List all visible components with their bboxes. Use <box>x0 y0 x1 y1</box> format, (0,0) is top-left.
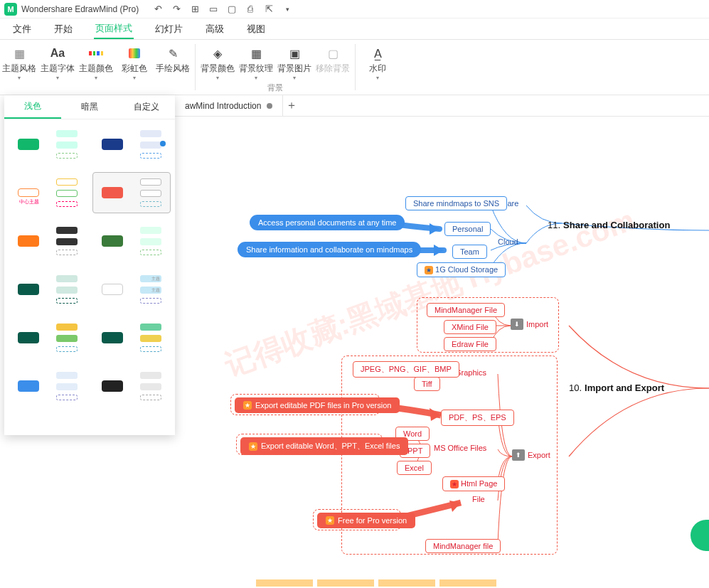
gallery-tabs: 浅色 暗黑 自定义 <box>4 95 175 119</box>
print-icon[interactable]: ⎙ <box>244 3 257 16</box>
theme-thumb[interactable] <box>9 269 87 310</box>
svg-marker-0 <box>430 223 439 235</box>
theme-color-button[interactable]: 主题颜色▾ <box>77 43 115 81</box>
node-xmind[interactable]: XMind File <box>444 320 496 334</box>
export-icon[interactable]: ⇱ <box>262 3 275 16</box>
gallery-tab-dark[interactable]: 暗黑 <box>61 95 118 119</box>
node-mmfile[interactable]: MindManager file <box>425 539 501 553</box>
remove-bg-button[interactable]: ▢移除背景 <box>314 43 352 81</box>
star-icon: ★ <box>249 442 257 451</box>
node-graphics[interactable]: Graphics <box>455 368 486 377</box>
theme-thumb[interactable] <box>9 365 87 407</box>
menu-view[interactable]: 视图 <box>245 20 267 38</box>
star-icon: ★ <box>450 480 459 488</box>
node-pdf[interactable]: PDF、PS、EPS <box>441 410 514 426</box>
bottom-highlight <box>256 579 496 587</box>
node-import[interactable]: Import <box>526 320 548 328</box>
more-icon[interactable]: ▾ <box>281 3 294 16</box>
node-formats[interactable]: JPEG、PNG、GIF、BMP <box>353 361 459 378</box>
document-tabs: awMind Introduction ＋ <box>175 95 709 117</box>
theme-style-button[interactable]: ▦主题风格▾ <box>0 43 38 81</box>
bucket-icon: ◈ <box>210 46 225 61</box>
theme-thumb[interactable]: 中心主题 <box>9 172 87 213</box>
titlebar: M Wondershare EdrawMind (Pro) ↶ ↷ ⊞ ▭ ▢ … <box>0 0 709 18</box>
menu-bar: 文件 开始 页面样式 幻灯片 高级 视图 <box>0 18 709 40</box>
node-cloud[interactable]: Cloud <box>498 237 518 246</box>
theme-font-button[interactable]: Aa主题字体▾ <box>38 43 77 81</box>
folder-import-icon: ⬇ <box>511 319 523 330</box>
theme-gallery: 浅色 暗黑 自定义 中心主题 主题主题 <box>4 95 175 435</box>
menu-slides[interactable]: 幻灯片 <box>154 20 184 38</box>
branch-import-export: 10.Import and Export <box>569 383 664 393</box>
star-icon: ★ <box>425 266 433 274</box>
menu-advanced[interactable]: 高级 <box>204 20 225 38</box>
bg-color-button[interactable]: ◈背景颜色▾ <box>198 43 237 81</box>
node-file[interactable]: File <box>472 495 485 503</box>
unsaved-dot-icon <box>267 103 272 109</box>
node-office[interactable]: MS Office Files <box>434 444 486 452</box>
rainbow-button[interactable]: 彩虹色▾ <box>115 43 154 81</box>
grid-icon: ▦ <box>11 46 27 61</box>
app-logo: M <box>4 3 17 16</box>
tip-office: ★Export editable Word、PPT、Excel files <box>240 437 408 455</box>
theme-thumb[interactable] <box>9 317 87 358</box>
ribbon: ▦主题风格▾ Aa主题字体▾ 主题颜色▾ 彩虹色▾ ✎手绘风格 ◈背景颜色▾ ▦… <box>0 40 709 95</box>
theme-thumb[interactable] <box>92 317 171 358</box>
floating-action[interactable] <box>691 520 709 551</box>
app-title: Wondershare EdrawMind (Pro) <box>21 4 139 14</box>
tip-team: Share information and collaborate on min… <box>238 242 421 257</box>
star-icon: ★ <box>243 401 252 410</box>
save-icon[interactable]: ▢ <box>225 3 238 16</box>
node-edraw[interactable]: Edraw File <box>444 337 496 351</box>
gallery-tab-custom[interactable]: 自定义 <box>118 95 175 119</box>
open-icon[interactable]: ▭ <box>207 3 220 16</box>
menu-start[interactable]: 开始 <box>53 20 74 38</box>
branch-share-collab: 11.Share and Collaboration <box>548 220 670 230</box>
node-mindmanager[interactable]: MindManager File <box>427 303 505 317</box>
theme-thumb-selected[interactable] <box>92 172 171 213</box>
bg-group-label: 背景 <box>198 82 352 93</box>
remove-icon: ▢ <box>325 46 341 61</box>
node-tiff[interactable]: Tiff <box>414 377 440 391</box>
theme-thumb[interactable] <box>92 365 171 407</box>
tip-pdf: ★Export editable PDF files in Pro versio… <box>235 397 400 413</box>
node-export[interactable]: Export <box>528 451 550 459</box>
tip-personal: Access personal documents at any time <box>250 215 405 230</box>
node-excel[interactable]: Excel <box>397 461 432 475</box>
menu-file[interactable]: 文件 <box>11 20 33 38</box>
theme-thumb[interactable] <box>9 220 87 262</box>
watermark-icon: A̲ <box>370 46 385 61</box>
gallery-tab-light[interactable]: 浅色 <box>4 95 61 119</box>
doc-tab[interactable]: awMind Introduction <box>175 95 283 116</box>
node-html[interactable]: ★ Html Page <box>442 476 505 491</box>
doc-tab-label: awMind Introduction <box>185 101 261 111</box>
brush-icon: ✎ <box>165 46 181 61</box>
undo-icon[interactable]: ↶ <box>151 3 164 16</box>
theme-thumb[interactable] <box>92 220 171 262</box>
redo-icon[interactable]: ↷ <box>170 3 183 16</box>
image-icon: ▣ <box>287 46 302 61</box>
node-team[interactable]: Team <box>452 245 487 259</box>
add-tab-button[interactable]: ＋ <box>283 98 300 113</box>
handdrawn-button[interactable]: ✎手绘风格 <box>154 43 192 81</box>
menu-page-style[interactable]: 页面样式 <box>94 19 134 39</box>
tip-file: ★Free for Pro version <box>317 513 415 528</box>
bg-texture-button[interactable]: ▦背景纹理▾ <box>237 43 275 81</box>
star-icon: ★ <box>326 516 334 525</box>
theme-thumb[interactable] <box>92 124 171 165</box>
svg-marker-1 <box>434 245 444 256</box>
texture-icon: ▦ <box>248 46 264 61</box>
font-icon: Aa <box>50 46 65 61</box>
bg-image-button[interactable]: ▣背景图片▾ <box>275 43 314 81</box>
watermark-button[interactable]: A̲水印▾ <box>358 43 397 81</box>
theme-thumb[interactable]: 主题主题 <box>92 269 171 310</box>
new-icon[interactable]: ⊞ <box>188 3 201 16</box>
palette-icon <box>88 46 104 61</box>
theme-thumb[interactable] <box>9 124 87 165</box>
folder-export-icon: ⬆ <box>512 449 525 461</box>
node-personal[interactable]: Personal <box>444 222 491 236</box>
node-storage[interactable]: ★ 1G Cloud Storage <box>417 262 506 277</box>
node-sns[interactable]: Share mindmaps to SNS <box>405 196 507 210</box>
gallery-scroll[interactable]: 中心主题 主题主题 <box>4 119 175 435</box>
rainbow-icon <box>127 46 142 61</box>
